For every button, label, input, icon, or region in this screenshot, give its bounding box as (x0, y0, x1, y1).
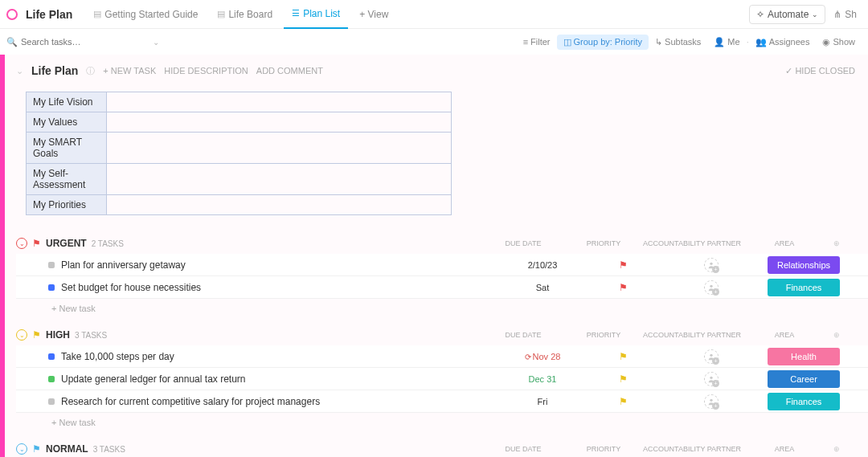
col-area[interactable]: AREA (744, 331, 825, 339)
plan-row-label[interactable]: My SMART Goals (27, 133, 107, 164)
tab-getting-started[interactable]: ▤Getting Started Guide (85, 0, 206, 29)
due-date-cell[interactable]: ⟳Nov 28 (498, 352, 587, 361)
area-pill[interactable]: Finances (768, 393, 840, 410)
hide-closed-button[interactable]: ✓HIDE CLOSED (785, 66, 855, 76)
me-button[interactable]: 👤Me (707, 37, 746, 47)
group-by-button[interactable]: ◫Group by: Priority (557, 35, 649, 50)
accountability-cell[interactable] (659, 280, 764, 295)
add-comment-button[interactable]: ADD COMMENT (256, 66, 323, 75)
col-area[interactable]: AREA (744, 445, 825, 453)
plan-row-value[interactable] (107, 195, 452, 215)
new-task-button[interactable]: + New task (16, 299, 868, 313)
col-due-date[interactable]: DUE DATE (479, 239, 567, 247)
plan-definition-table: My Life VisionMy ValuesMy SMART GoalsMy … (26, 92, 452, 215)
assign-icon[interactable] (704, 258, 719, 272)
area-cell[interactable]: Finances (764, 393, 844, 410)
task-name[interactable]: Update general ledger for annual tax ret… (61, 373, 245, 385)
task-row[interactable]: Set budget for house necessities Sat ⚑ F… (16, 276, 868, 299)
plan-row-label[interactable]: My Self-Assessment (27, 164, 107, 195)
tab-plan-list[interactable]: ☰Plan List (284, 0, 348, 29)
task-row[interactable]: Research for current competitive salary … (16, 390, 868, 413)
group-collapse-button[interactable]: ⌄ (16, 238, 27, 249)
col-due-date[interactable]: DUE DATE (479, 445, 567, 453)
subtasks-button[interactable]: ↳Subtasks (649, 37, 707, 47)
new-task-button[interactable]: + NEW TASK (103, 66, 156, 75)
filter-button[interactable]: ≡Filter (517, 37, 557, 47)
col-priority[interactable]: PRIORITY (567, 445, 640, 453)
area-cell[interactable]: Career (764, 370, 844, 388)
flag-icon: ⚑ (619, 373, 628, 385)
plan-row-label[interactable]: My Life Vision (27, 92, 107, 112)
col-priority[interactable]: PRIORITY (567, 331, 640, 339)
search-icon: 🔍 (6, 37, 18, 47)
plan-row-value[interactable] (107, 92, 452, 112)
accountability-cell[interactable] (659, 258, 764, 272)
search-input[interactable] (21, 37, 101, 47)
group-collapse-button[interactable]: ⌄ (16, 443, 27, 455)
plan-row-label[interactable]: My Values (27, 112, 107, 133)
add-view-button[interactable]: + View (351, 0, 396, 29)
collapse-icon[interactable]: ⌄ (16, 66, 23, 76)
task-status-dot[interactable] (48, 353, 55, 360)
plan-row-value[interactable] (107, 133, 452, 164)
area-pill[interactable]: Career (768, 370, 840, 388)
area-pill[interactable]: Relationships (768, 256, 840, 274)
col-accountability[interactable]: ACCOUNTABILITY PARTNER (640, 331, 744, 339)
task-row[interactable]: Plan for anniversary getaway 2/10/23 ⚑ R… (16, 254, 868, 276)
share-button[interactable]: ⋔Sh (829, 6, 862, 23)
assignees-button[interactable]: 👥Assignees (749, 37, 817, 47)
assign-icon[interactable] (704, 349, 719, 364)
doc-icon: ▤ (217, 9, 225, 19)
col-due-date[interactable]: DUE DATE (479, 331, 567, 339)
col-accountability[interactable]: ACCOUNTABILITY PARTNER (640, 239, 744, 247)
area-pill[interactable]: Finances (768, 279, 840, 296)
task-status-dot[interactable] (48, 398, 55, 405)
assign-icon[interactable] (704, 372, 719, 386)
area-cell[interactable]: Health (764, 348, 844, 365)
priority-cell[interactable]: ⚑ (587, 373, 659, 385)
col-area[interactable]: AREA (744, 239, 825, 247)
hide-description-button[interactable]: HIDE DESCRIPTION (164, 66, 248, 75)
accountability-cell[interactable] (659, 349, 764, 364)
priority-cell[interactable]: ⚑ (587, 396, 659, 407)
accountability-cell[interactable] (659, 394, 764, 409)
priority-cell[interactable]: ⚑ (587, 282, 659, 293)
priority-cell[interactable]: ⚑ (587, 259, 659, 271)
task-status-dot[interactable] (48, 376, 55, 382)
col-priority[interactable]: PRIORITY (567, 239, 640, 247)
assign-icon[interactable] (704, 394, 719, 409)
area-pill[interactable]: Health (768, 348, 840, 365)
search-dropdown-icon[interactable]: ⌄ (153, 38, 159, 47)
plan-row-value[interactable] (107, 112, 452, 133)
area-cell[interactable]: Relationships (764, 256, 844, 274)
col-accountability[interactable]: ACCOUNTABILITY PARTNER (640, 445, 744, 453)
due-date-cell[interactable]: Dec 31 (498, 374, 587, 384)
task-name[interactable]: Set budget for house necessities (61, 282, 201, 293)
automate-button[interactable]: ✧Automate⌄ (749, 5, 825, 24)
show-button[interactable]: ◉Show (816, 37, 862, 47)
priority-cell[interactable]: ⚑ (587, 351, 659, 362)
plan-row-value[interactable] (107, 164, 452, 195)
area-cell[interactable]: Finances (764, 279, 844, 296)
task-row[interactable]: Update general ledger for annual tax ret… (16, 368, 868, 390)
flag-icon: ⚑ (619, 351, 628, 362)
tab-life-board[interactable]: ▤Life Board (209, 0, 280, 29)
task-name[interactable]: Plan for anniversary getaway (61, 259, 186, 271)
add-column-button[interactable]: ⊕ (825, 445, 849, 453)
plan-row-label[interactable]: My Priorities (27, 195, 107, 215)
task-status-dot[interactable] (48, 284, 55, 291)
task-status-dot[interactable] (48, 262, 55, 268)
task-name[interactable]: Research for current competitive salary … (61, 396, 320, 407)
info-icon[interactable]: ⓘ (86, 65, 95, 77)
group-collapse-button[interactable]: ⌄ (16, 329, 27, 341)
task-row[interactable]: Take 10,000 steps per day ⟳Nov 28 ⚑ Heal… (16, 345, 868, 368)
task-name[interactable]: Take 10,000 steps per day (61, 351, 174, 362)
accountability-cell[interactable] (659, 372, 764, 386)
new-task-button[interactable]: + New task (16, 413, 868, 427)
due-date-cell[interactable]: Fri (498, 397, 587, 406)
assign-icon[interactable] (704, 280, 719, 295)
due-date-cell[interactable]: 2/10/23 (498, 260, 587, 270)
due-date-cell[interactable]: Sat (498, 283, 587, 292)
add-column-button[interactable]: ⊕ (825, 239, 849, 247)
add-column-button[interactable]: ⊕ (825, 331, 849, 339)
